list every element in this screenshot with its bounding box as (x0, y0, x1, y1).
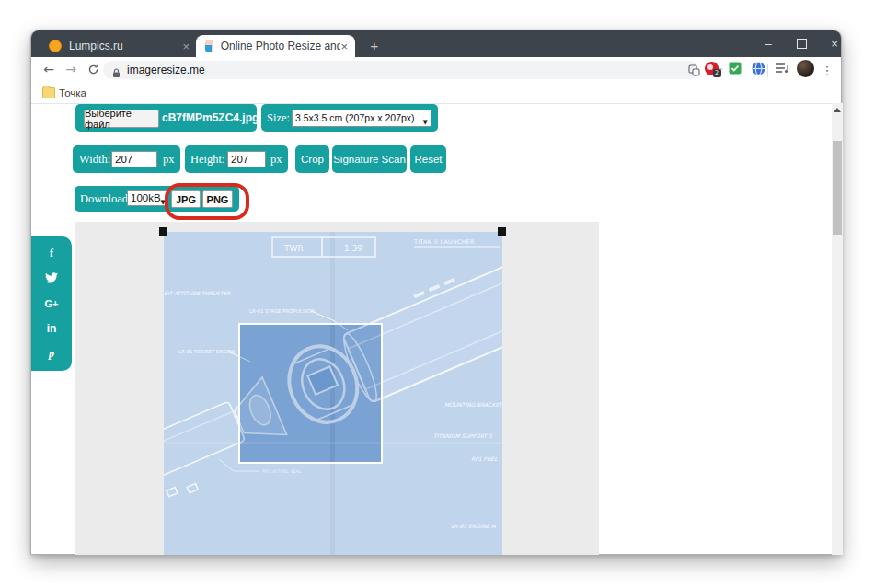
maximize-icon (797, 39, 807, 49)
page-scrollbar[interactable] (832, 103, 843, 555)
reload-button[interactable] (83, 59, 103, 79)
size-value: 3.5x3.5 cm (207px x 207px) (295, 112, 415, 123)
bookmarks-bar: Точка (31, 83, 841, 104)
address-bar[interactable]: imageresize.me A ☆ (103, 61, 699, 79)
reset-button[interactable]: Reset (410, 145, 446, 173)
selected-filename: cB7fMPm5ZC4.jpg (162, 111, 259, 124)
crop-button[interactable]: Crop (295, 145, 329, 173)
height-panel: Height: px (185, 145, 288, 173)
width-unit: px (163, 153, 175, 167)
extension-badge: 2 (713, 69, 721, 77)
url-text[interactable]: imageresize.me (127, 61, 205, 79)
twitter-bird-icon (45, 272, 58, 283)
choose-file-button[interactable]: Выберите файл (84, 110, 159, 128)
image-preview-area: TWR 1.39 TITAN II LAUNCHER BIT ATTITUDE … (75, 222, 599, 555)
toolbar-separator (767, 64, 768, 77)
signature-scan-button[interactable]: Signature Scan (332, 145, 407, 173)
profile-avatar[interactable] (797, 60, 814, 77)
size-panel: Size: 3.5x3.5 cm (207px x 207px) ▼ (261, 104, 438, 132)
googleplus-share-button[interactable]: G+ (31, 298, 72, 309)
chrome-menu-icon[interactable]: ⋮ (819, 61, 835, 79)
download-size-value: 100kB (131, 192, 161, 203)
tab-lumpics[interactable]: Lumpics.ru × (39, 35, 197, 57)
linkedin-share-button[interactable]: in (31, 322, 72, 335)
imageresize-favicon (205, 40, 213, 52)
download-label: Download: (80, 192, 132, 206)
adblock-extension-icon[interactable]: 2 (704, 61, 719, 75)
browser-toolbar: ← → imageresize.me A ☆ (31, 57, 841, 83)
height-label: Height: (190, 153, 225, 167)
bookmark-folder-label[interactable]: Точка (59, 83, 86, 102)
blueprint-image[interactable]: TWR 1.39 TITAN II LAUNCHER BIT ATTITUDE … (164, 232, 502, 555)
width-label: Width: (79, 153, 110, 167)
back-button[interactable]: ← (39, 59, 59, 79)
width-panel: Width: px (73, 145, 180, 173)
width-input[interactable] (111, 151, 157, 167)
globe-extension-icon[interactable] (751, 61, 765, 75)
label-fuel-seal: RP1 of FUEL SEAL (262, 469, 302, 474)
close-button[interactable]: × (821, 30, 848, 57)
check-extension-icon[interactable] (728, 61, 742, 75)
screenshot-stage: Lumpics.ru × Online Photo Resize and Cro… (0, 0, 874, 588)
scrollbar-up-arrow[interactable] (834, 108, 841, 112)
pinterest-share-button[interactable]: p (31, 347, 72, 361)
size-label: Size: (267, 111, 290, 125)
tab-label: Online Photo Resize and Crop | R (221, 40, 341, 52)
resize-handle-top-left[interactable] (159, 227, 167, 236)
lumpics-favicon (49, 40, 62, 52)
tab-strip: Lumpics.ru × Online Photo Resize and Cro… (31, 30, 841, 57)
size-caret-icon: ▼ (423, 115, 428, 131)
reading-list-icon[interactable] (775, 61, 789, 75)
size-select[interactable]: 3.5x3.5 cm (207px x 207px) ▼ (292, 110, 431, 127)
reload-icon (87, 63, 99, 75)
scrollbar-thumb[interactable] (833, 141, 842, 235)
resize-handle-top-right[interactable] (498, 227, 506, 236)
browser-window: Lumpics.ru × Online Photo Resize and Cro… (30, 30, 842, 555)
file-select-panel: Выберите файл cB7fMPm5ZC4.jpg (75, 104, 257, 132)
minimize-button[interactable]: – (754, 30, 782, 57)
tab-close-icon[interactable]: × (340, 40, 348, 53)
height-input[interactable] (227, 151, 266, 167)
bookmark-folder-icon[interactable] (42, 87, 55, 98)
download-size-select[interactable]: 100kB ▼ (127, 190, 167, 206)
height-unit: px (270, 153, 282, 167)
tab-imageresize[interactable]: Online Photo Resize and Crop | R × (196, 35, 355, 57)
maximize-button[interactable] (788, 30, 815, 57)
tab-close-icon[interactable]: × (182, 40, 190, 53)
social-share-bar: f G+ in p (31, 236, 72, 371)
tab-label: Lumpics.ru (69, 40, 123, 52)
lock-icon (112, 65, 121, 82)
red-annotation-oval (165, 183, 249, 220)
facebook-share-button[interactable]: f (31, 247, 72, 260)
translate-icon[interactable]: A (686, 63, 701, 77)
new-tab-button[interactable]: + (366, 37, 383, 53)
forward-button[interactable]: → (61, 59, 81, 79)
twitter-share-button[interactable] (31, 272, 72, 286)
